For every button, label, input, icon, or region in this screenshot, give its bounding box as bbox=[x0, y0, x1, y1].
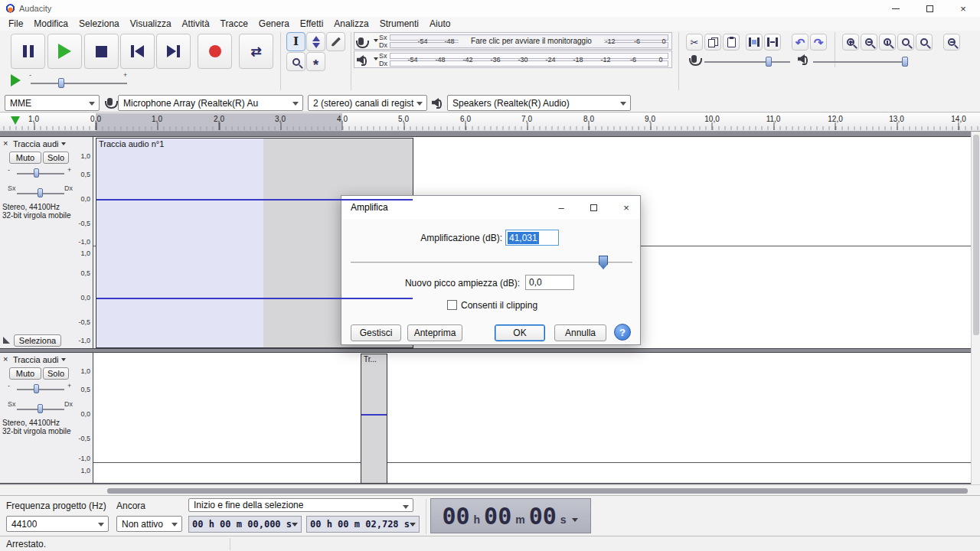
loop-button[interactable]: ⇄ bbox=[239, 34, 273, 69]
ok-button[interactable]: OK bbox=[495, 324, 545, 341]
fit-selection-button[interactable] bbox=[879, 34, 896, 51]
track-select-button[interactable]: Seleziona bbox=[14, 334, 61, 347]
vertical-scrollbar[interactable] bbox=[971, 132, 980, 484]
play-button[interactable] bbox=[47, 34, 82, 69]
envelope-tool-button[interactable] bbox=[306, 32, 325, 51]
chevron-down-icon[interactable] bbox=[410, 523, 416, 530]
undo-button[interactable]: ↶ bbox=[792, 34, 808, 51]
dra­w-tool-button[interactable] bbox=[326, 32, 345, 51]
cancel-button[interactable]: Annulla bbox=[554, 324, 606, 341]
maximize-button[interactable] bbox=[913, 0, 946, 17]
preview-button[interactable]: Anteprima bbox=[407, 324, 462, 341]
timeline-ruler[interactable]: 1,0 0,0 1,0 2,0 3,0 4,0 5,0 6,0 7,0 8,0 … bbox=[0, 113, 980, 132]
redo-button[interactable]: ↷ bbox=[810, 34, 827, 51]
selection-end-field[interactable]: 00 h 00 m 02,728 s bbox=[306, 516, 420, 533]
dialog-maximize-button[interactable] bbox=[578, 196, 609, 219]
manage-button[interactable]: Gestisci bbox=[351, 324, 401, 341]
mute-button[interactable]: Muto bbox=[9, 367, 41, 380]
menu-aiuto[interactable]: Aiuto bbox=[424, 17, 456, 31]
meter-menu-chevron-icon[interactable] bbox=[374, 57, 378, 63]
menu-seleziona[interactable]: Seleziona bbox=[74, 17, 125, 31]
menu-visualizza[interactable]: Visualizza bbox=[125, 17, 177, 31]
play-at-speed-button[interactable] bbox=[11, 74, 21, 86]
meter-menu-chevron-icon[interactable] bbox=[374, 39, 378, 44]
minimize-button[interactable] bbox=[879, 0, 913, 17]
input-channels-select[interactable]: 2 (stereo) canali di registrazi bbox=[308, 95, 427, 111]
copy-button[interactable] bbox=[704, 34, 721, 51]
menu-tracce[interactable]: Tracce bbox=[215, 17, 253, 31]
dialog-minimize-button[interactable]: – bbox=[546, 196, 577, 219]
selection-mode-select[interactable]: Inizio e fine della selezione bbox=[188, 498, 413, 512]
playback-meter[interactable]: Sx Dx -54 -48 -42 -36 -30 -24 -18 -12 -6… bbox=[354, 51, 672, 68]
skip-to-start-button[interactable] bbox=[120, 34, 155, 69]
horizontal-scrollbar-thumb[interactable] bbox=[107, 488, 968, 494]
new-peak-input[interactable]: 0,0 bbox=[525, 275, 574, 290]
playback-volume-slider[interactable] bbox=[813, 61, 908, 63]
pan-slider-thumb[interactable] bbox=[38, 188, 43, 197]
menu-genera[interactable]: Genera bbox=[253, 17, 295, 31]
solo-button[interactable]: Solo bbox=[43, 152, 69, 164]
monitoring-hint[interactable]: Fare clic per avviare il monitoraggio bbox=[459, 37, 604, 45]
menu-analizza[interactable]: Analizza bbox=[328, 17, 374, 31]
vertical-scrollbar-thumb[interactable] bbox=[973, 135, 979, 335]
multi-tool-button[interactable]: * bbox=[306, 52, 325, 71]
cut-button[interactable]: ✂ bbox=[686, 34, 703, 51]
solo-button[interactable]: Solo bbox=[43, 367, 69, 380]
zoom-toggle-button[interactable] bbox=[916, 34, 933, 51]
horizontal-scrollbar[interactable] bbox=[0, 484, 980, 495]
menu-file[interactable]: File bbox=[3, 17, 28, 31]
paste-button[interactable] bbox=[723, 34, 740, 51]
input-device-select[interactable]: Microphone Array (Realtek(R) Au bbox=[118, 95, 303, 111]
recording-volume-thumb[interactable] bbox=[766, 57, 772, 67]
amplification-input[interactable]: 41,031 bbox=[505, 230, 559, 246]
amplification-slider-thumb[interactable] bbox=[599, 256, 608, 269]
audio-host-select[interactable]: MME bbox=[5, 95, 100, 111]
record-button[interactable] bbox=[198, 34, 232, 69]
stop-button[interactable] bbox=[84, 34, 119, 69]
mute-button[interactable]: Muto bbox=[9, 152, 41, 164]
allow-clipping-checkbox[interactable] bbox=[447, 300, 457, 310]
recording-meter[interactable]: Sx Dx -54 -48 Fare clic per avviare il m… bbox=[354, 32, 672, 50]
zoom-tool-button[interactable] bbox=[286, 52, 305, 71]
fit-project-button[interactable] bbox=[897, 34, 914, 51]
menu-strumenti[interactable]: Strumenti bbox=[374, 17, 424, 31]
close-button[interactable]: × bbox=[946, 0, 980, 17]
track-name-menu[interactable]: Traccia audi bbox=[13, 355, 66, 364]
gain-slider-thumb[interactable] bbox=[34, 168, 39, 178]
playback-volume-thumb[interactable] bbox=[902, 57, 908, 67]
help-button[interactable]: ? bbox=[614, 324, 631, 341]
menu-modifica[interactable]: Modifica bbox=[28, 17, 74, 31]
skip-to-end-button[interactable] bbox=[156, 34, 191, 69]
play-speed-thumb[interactable] bbox=[58, 78, 64, 88]
chevron-down-icon[interactable] bbox=[572, 518, 578, 525]
snap-select[interactable]: Non attivo bbox=[116, 516, 182, 532]
play-speed-slider[interactable] bbox=[31, 83, 127, 84]
pan-slider-thumb[interactable] bbox=[38, 404, 43, 413]
output-device-select[interactable]: Speakers (Realtek(R) Audio) bbox=[447, 95, 631, 111]
audio-clip[interactable]: Tr... bbox=[361, 354, 387, 484]
track-name-menu[interactable]: Traccia audi bbox=[13, 139, 66, 148]
gain-slider-thumb[interactable] bbox=[34, 384, 39, 393]
selection-tool-button[interactable]: I bbox=[286, 32, 305, 51]
chevron-down-icon[interactable] bbox=[292, 523, 298, 530]
zoom-reset-button[interactable] bbox=[943, 34, 960, 51]
track-close-button[interactable]: × bbox=[3, 139, 8, 148]
dialog-close-button[interactable]: × bbox=[611, 196, 642, 219]
audio-position-display[interactable]: 00 h 00 m 00 s bbox=[430, 498, 591, 533]
gain-slider[interactable] bbox=[17, 389, 64, 390]
gain-slider[interactable] bbox=[17, 173, 64, 174]
menu-effetti[interactable]: Effetti bbox=[295, 17, 328, 31]
selection-start-field[interactable]: 00 h 00 m 00,000 s bbox=[188, 516, 302, 533]
track-close-button[interactable]: × bbox=[3, 355, 8, 364]
recording-volume-slider[interactable] bbox=[704, 61, 790, 63]
trim-audio-button[interactable] bbox=[746, 34, 763, 51]
pause-button[interactable] bbox=[11, 34, 45, 69]
silence-audio-button[interactable] bbox=[764, 34, 781, 51]
amplification-slider[interactable] bbox=[351, 262, 632, 264]
zoom-in-button[interactable] bbox=[842, 34, 859, 51]
collapse-track-icon[interactable] bbox=[3, 337, 10, 344]
project-rate-select[interactable]: 44100 bbox=[6, 516, 109, 532]
menu-attivita[interactable]: Attività bbox=[177, 17, 215, 31]
zoom-out-button[interactable] bbox=[861, 34, 877, 51]
track-2[interactable]: × Traccia audi Muto Solo - + Sx Dx Stere… bbox=[0, 352, 971, 484]
